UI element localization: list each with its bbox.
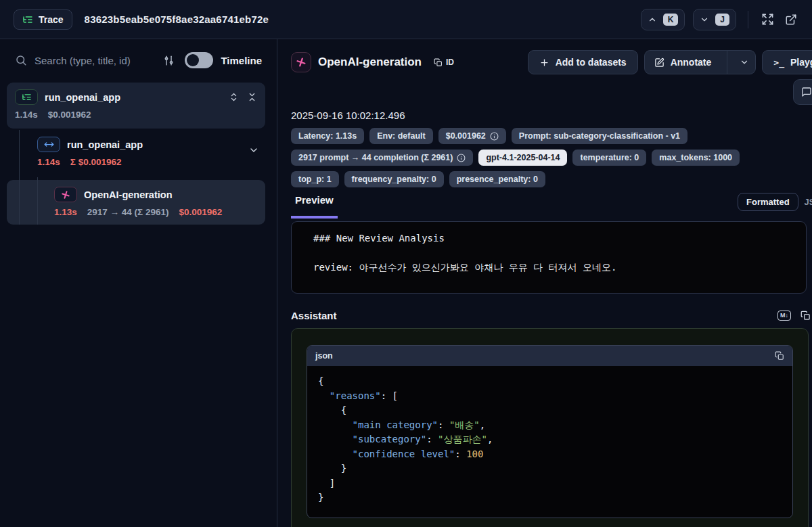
metadata-badge: temperature: 0 <box>572 150 646 166</box>
metadata-badge: presence_penalty: 0 <box>449 171 545 187</box>
trace-id: 83623b5eab5e075f8ae32aa6741eb72e <box>85 14 269 25</box>
next-item-button[interactable]: J <box>693 9 736 30</box>
terminal-icon: >_ <box>773 58 784 68</box>
header-action-buttons: Add to datasets Annotate <box>528 50 812 74</box>
annotate-label: Annotate <box>671 57 712 68</box>
code-line: } <box>318 461 782 476</box>
metadata-badge: $0.001962 <box>438 128 506 144</box>
badge-row-1: Latency: 1.13sEnv: default$0.001962Promp… <box>291 128 812 144</box>
code-line: { <box>318 374 782 389</box>
tree-item-title: run_openai_app <box>45 92 120 103</box>
latency-metric: 1.14s <box>15 110 38 120</box>
tree-item-trace-root[interactable]: run_openai_app 1.14s $0.001962 <box>7 83 265 129</box>
code-line: "main category": "배송", <box>318 418 782 433</box>
info-icon <box>490 132 499 141</box>
code-line: ] <box>318 476 782 491</box>
cost-metric: $0.001962 <box>48 110 91 120</box>
json-code-block: json { "reasons": [ { "main category": "… <box>307 345 793 518</box>
input-preview-box: ### New Review Analysis review: 야구선수가 있으… <box>291 221 807 294</box>
trace-type-badge: Trace <box>14 9 72 30</box>
json-toggle-option[interactable]: JSON <box>805 197 812 207</box>
tree-item-title: OpenAI-generation <box>84 189 173 200</box>
span-icon-badge <box>37 137 60 152</box>
add-to-datasets-button[interactable]: Add to datasets <box>528 50 638 74</box>
cost-metric: Σ $0.001962 <box>70 157 122 167</box>
metadata-badge: frequency_penalty: 0 <box>344 171 444 187</box>
top-bar: Trace 83623b5eab5e075f8ae32aa6741eb72e K… <box>0 0 812 39</box>
observation-header: OpenAI-generation ID Add to datasets <box>291 50 812 74</box>
preview-heading: ### New Review Analysis <box>292 231 806 245</box>
copy-icon <box>434 58 443 67</box>
observation-title: OpenAI-generation <box>318 55 422 69</box>
observation-detail-panel: OpenAI-generation ID Add to datasets <box>277 39 812 527</box>
assistant-label: Assistant <box>291 310 337 321</box>
metadata-badge: Latency: 1.13s <box>291 128 364 144</box>
metadata-badge: 2917 prompt → 44 completion (Σ 2961) <box>291 150 473 166</box>
tree-indent-guide <box>19 130 20 225</box>
chat-bubble-icon <box>801 87 812 97</box>
button-divider <box>727 51 727 74</box>
metadata-badge: Prompt: sub-category-classification - v1 <box>512 128 687 144</box>
expand-all-icon[interactable] <box>229 92 239 102</box>
generation-icon-badge <box>54 187 77 202</box>
metadata-badge: Env: default <box>369 128 433 144</box>
metadata-badge: gpt-4.1-2025-04-14 <box>478 150 567 166</box>
timeline-toggle[interactable] <box>185 52 213 68</box>
tree-item-span[interactable]: run_openai_app 1.14s Σ $0.001962 <box>0 133 277 176</box>
preview-review-text: review: 야구선수가 있으신가봐요 야채나 우유 다 터져서 오네오. <box>292 260 806 274</box>
filter-sliders-icon[interactable] <box>163 55 175 66</box>
code-block-header: json <box>307 346 792 366</box>
code-line: "reasons": [ <box>318 389 782 404</box>
info-icon <box>457 154 466 162</box>
toggle-knob <box>187 54 199 66</box>
comments-button[interactable] <box>793 79 812 105</box>
chevron-up-icon <box>648 15 657 24</box>
badge-row-2: 2917 prompt → 44 completion (Σ 2961)gpt-… <box>291 150 812 166</box>
token-usage-metric: 2917 → 44 (Σ 2961) <box>87 207 169 217</box>
timeline-label: Timeline <box>221 55 262 66</box>
kbd-j: J <box>715 14 729 26</box>
latency-metric: 1.14s <box>37 157 60 167</box>
annotate-button-group[interactable]: Annotate <box>644 50 757 74</box>
format-toggle: Formatted JSON <box>738 193 812 211</box>
tab-preview[interactable]: Preview <box>291 193 338 219</box>
badge-row-3: top_p: 1frequency_penalty: 0presence_pen… <box>291 171 812 187</box>
metadata-badge: top_p: 1 <box>291 171 339 187</box>
id-label: ID <box>446 58 454 67</box>
topbar-actions: K J <box>641 9 798 30</box>
plus-icon <box>539 58 549 68</box>
annotate-dropdown-chevron-icon[interactable] <box>734 51 755 74</box>
trace-tree-sidebar: Timeline run_openai_app <box>0 39 277 527</box>
chevron-down-icon <box>700 15 709 24</box>
annotate-button[interactable]: Annotate <box>645 51 721 74</box>
markdown-toggle-icon[interactable]: M↓ <box>777 311 791 321</box>
collapse-all-icon[interactable] <box>247 92 257 102</box>
collapse-item-chevron-icon[interactable] <box>248 145 259 156</box>
code-line: { <box>318 403 782 418</box>
previous-item-button[interactable]: K <box>641 9 685 30</box>
code-line: } <box>318 490 782 505</box>
external-link-icon[interactable] <box>784 12 798 27</box>
topbar-separator <box>748 11 748 28</box>
observation-timestamp: 2025-09-16 10:02:12.496 <box>291 110 812 121</box>
expand-fullscreen-icon[interactable] <box>760 12 775 27</box>
trace-detail-screen: Trace 83623b5eab5e075f8ae32aa6741eb72e K… <box>0 0 812 527</box>
assistant-header-row: Assistant M↓ <box>291 310 811 321</box>
tree-search-row: Timeline <box>0 47 277 73</box>
search-icon <box>15 54 27 66</box>
copy-code-icon[interactable] <box>775 351 784 361</box>
tree-item-generation-selected[interactable]: OpenAI-generation 1.13s 2917 → 44 (Σ 296… <box>7 180 265 225</box>
code-body: { "reasons": [ { "main category": "배송", … <box>307 366 792 518</box>
search-input[interactable] <box>35 55 156 66</box>
io-tabs-row: Preview Formatted JSON <box>291 193 812 219</box>
list-tree-icon <box>22 14 33 25</box>
formatted-toggle-option[interactable]: Formatted <box>738 193 798 211</box>
copy-id-chip[interactable]: ID <box>434 58 454 67</box>
code-line: "confidence level": 100 <box>318 447 782 462</box>
playground-button[interactable]: >_ Playground <box>762 50 812 74</box>
cost-metric: $0.001962 <box>179 207 222 217</box>
add-to-datasets-label: Add to datasets <box>556 57 627 68</box>
code-language-label: json <box>315 351 333 361</box>
latency-metric: 1.13s <box>54 207 77 217</box>
copy-icon[interactable] <box>800 311 811 321</box>
